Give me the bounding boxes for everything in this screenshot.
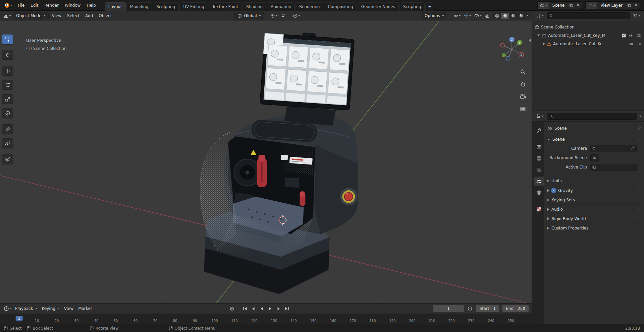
- eye-icon[interactable]: [629, 42, 634, 46]
- xray-toggle[interactable]: [484, 13, 490, 19]
- tool-measure[interactable]: [2, 138, 13, 148]
- expand-caret-icon[interactable]: [537, 35, 540, 36]
- orthographic-toggle-button[interactable]: [519, 105, 527, 113]
- view-layer-new-button[interactable]: [626, 2, 633, 9]
- collapse-caret-icon[interactable]: [543, 43, 545, 45]
- gizmo-z-neg-axis[interactable]: [506, 56, 510, 60]
- panel-keying-sets[interactable]: Keying Sets: [547, 195, 641, 204]
- outliner-row-collection[interactable]: Automatic_Laser_Cut_Key_M: [532, 31, 644, 40]
- outliner-editor-type-button[interactable]: [535, 12, 545, 19]
- menu-edit[interactable]: Edit: [28, 2, 41, 9]
- panel-audio[interactable]: Audio: [547, 204, 641, 214]
- gizmos-dropdown[interactable]: [463, 13, 472, 19]
- workspace-tab-layout[interactable]: Layout: [105, 2, 126, 11]
- scene-name-field[interactable]: Scene: [549, 3, 568, 8]
- tool-transform[interactable]: [2, 108, 13, 118]
- camera-view-button[interactable]: [519, 93, 527, 100]
- panel-grip-icon[interactable]: [637, 189, 641, 193]
- active-clip-field[interactable]: [590, 164, 637, 171]
- current-frame-field[interactable]: 1: [433, 305, 464, 312]
- viewport-menu-object[interactable]: Object: [96, 12, 114, 19]
- gizmo-x-neg-axis[interactable]: [500, 43, 504, 47]
- eyedropper-icon[interactable]: [631, 146, 635, 150]
- auto-keying-button[interactable]: [228, 306, 236, 312]
- camera-field[interactable]: [590, 145, 637, 152]
- panel-grip-icon[interactable]: [637, 217, 641, 221]
- jump-to-start-button[interactable]: [241, 306, 249, 312]
- workspace-tab-animation[interactable]: Animation: [267, 2, 295, 11]
- outliner-row-scene-collection[interactable]: Scene Collection: [532, 23, 644, 31]
- snap-toggle[interactable]: [280, 13, 286, 19]
- navigation-gizmo[interactable]: Z Y X: [498, 35, 526, 63]
- machine-model[interactable]: [200, 30, 358, 294]
- viewport-menu-add[interactable]: Add: [83, 12, 95, 19]
- timeline-marker-menu[interactable]: Marker: [76, 305, 94, 312]
- pin-icon[interactable]: [637, 126, 641, 131]
- proportional-editing-toggle[interactable]: [292, 13, 301, 19]
- properties-tab-output[interactable]: [534, 154, 544, 163]
- outliner-filter-button[interactable]: [632, 13, 641, 19]
- shading-wireframe-button[interactable]: [493, 13, 501, 19]
- view-layer-remove-button[interactable]: [633, 2, 640, 9]
- viewport-canvas[interactable]: [0, 21, 532, 303]
- camera-icon[interactable]: [637, 42, 641, 46]
- timeline-view-menu[interactable]: View: [62, 305, 76, 312]
- outliner-search[interactable]: [547, 12, 630, 19]
- outliner-search-input[interactable]: [555, 13, 628, 18]
- timeline-ruler[interactable]: 10 20 30 40 50 60 70 80 90 100 110 120 1…: [0, 314, 532, 324]
- jump-to-end-button[interactable]: [283, 306, 291, 312]
- gravity-checkbox[interactable]: [551, 188, 556, 193]
- properties-tab-world[interactable]: [534, 188, 544, 197]
- tool-annotate[interactable]: [2, 124, 13, 134]
- play-button[interactable]: [266, 306, 274, 312]
- camera-icon[interactable]: [637, 33, 641, 38]
- timeline-editor-type-button[interactable]: [3, 305, 13, 312]
- workspace-tab-geometry-nodes[interactable]: Geometry Nodes: [358, 2, 399, 11]
- tool-cursor[interactable]: [2, 50, 13, 60]
- shading-rendered-button[interactable]: [517, 13, 525, 19]
- panel-grip-icon[interactable]: [637, 198, 641, 202]
- workspace-tab-rendering[interactable]: Rendering: [296, 2, 323, 11]
- next-keyframe-button[interactable]: [275, 306, 282, 312]
- outliner-row-object[interactable]: Automatic_Laser_Cut_Ke: [532, 40, 644, 48]
- shading-solid-button[interactable]: [501, 13, 509, 19]
- playback-menu[interactable]: Playback: [13, 305, 40, 312]
- blender-menu-button[interactable]: [3, 2, 14, 9]
- options-dropdown[interactable]: Options: [422, 12, 447, 19]
- start-frame-field[interactable]: Start 1: [476, 305, 499, 312]
- add-workspace-button[interactable]: +: [425, 2, 434, 11]
- properties-search-input[interactable]: [555, 114, 635, 119]
- object-visibility-dropdown[interactable]: [452, 13, 462, 19]
- panel-grip-icon[interactable]: [637, 179, 641, 183]
- editor-type-button[interactable]: [2, 12, 12, 19]
- panel-units[interactable]: Units: [547, 176, 641, 186]
- play-reverse-button[interactable]: [258, 306, 266, 312]
- workspace-tab-uv-editing[interactable]: UV Editing: [179, 2, 208, 11]
- properties-tab-render[interactable]: [534, 142, 544, 151]
- tool-add-cube[interactable]: [2, 154, 13, 164]
- collection-exclude-checkbox[interactable]: [622, 34, 626, 38]
- workspace-tab-sculpting[interactable]: Sculpting: [153, 2, 179, 11]
- current-frame-marker[interactable]: 1: [16, 316, 23, 321]
- properties-tab-tool[interactable]: [534, 126, 544, 135]
- menu-window[interactable]: Window: [62, 2, 83, 9]
- workspace-tab-modeling[interactable]: Modeling: [126, 2, 152, 11]
- view-layer-browse-button[interactable]: [586, 2, 597, 9]
- properties-tab-scene[interactable]: [534, 177, 544, 186]
- keying-menu[interactable]: Keying: [40, 305, 62, 312]
- properties-editor-type-button[interactable]: [535, 113, 545, 120]
- mode-dropdown[interactable]: Object Mode: [13, 12, 49, 19]
- panel-gravity[interactable]: Gravity: [547, 186, 641, 195]
- zoom-button[interactable]: [519, 68, 527, 75]
- background-scene-field[interactable]: [590, 154, 599, 161]
- viewport-3d[interactable]: User Perspective (1) Scene Collection Z: [0, 21, 532, 303]
- scene-unlink-button[interactable]: [575, 2, 582, 9]
- panel-rigid-body-world[interactable]: Rigid Body World: [547, 214, 641, 223]
- menu-file[interactable]: File: [15, 2, 27, 9]
- panel-custom-properties[interactable]: Custom Properties: [547, 223, 641, 233]
- workspace-tab-shading[interactable]: Shading: [243, 2, 266, 11]
- scene-new-button[interactable]: [568, 2, 575, 9]
- sidebar-toggle-arrow[interactable]: [529, 39, 531, 42]
- end-frame-field[interactable]: End 250: [502, 305, 529, 312]
- panel-grip-icon[interactable]: [637, 226, 641, 230]
